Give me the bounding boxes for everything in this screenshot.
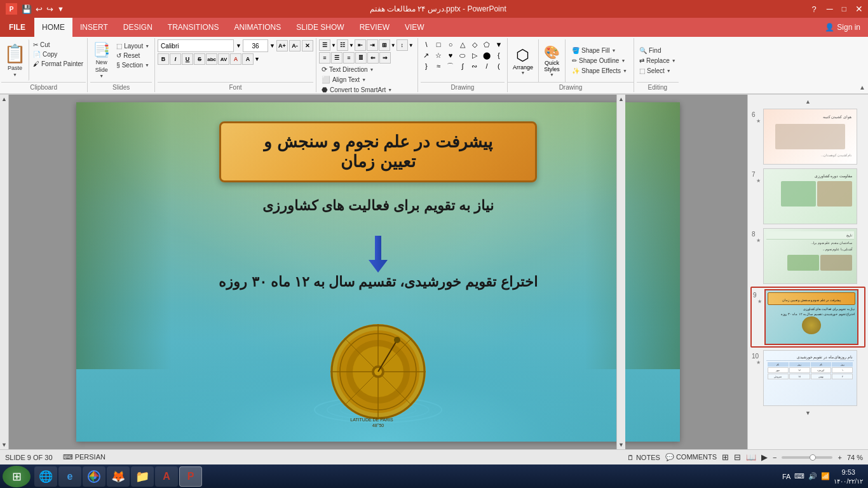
taskbar-firefox[interactable]: 🦊 [107,466,130,487]
font-dropdown-icon[interactable]: ▼ [236,43,241,49]
shape-play[interactable]: ▷ [469,50,480,60]
spacing-dropdown[interactable]: ▼ [409,43,414,48]
scroll-up-arrow[interactable]: ▲ [1,96,7,102]
increase-indent-button[interactable]: ⇥ [367,39,378,51]
rtl-button[interactable]: ⇐ [367,52,379,64]
shape-brace2[interactable]: } [421,61,432,71]
shape-brace1[interactable]: { [493,50,505,60]
shape-slash[interactable]: / [481,61,492,71]
font-color-button[interactable]: A [230,53,241,65]
taskbar-chrome[interactable] [83,466,105,487]
decrease-indent-button[interactable]: ⇤ [355,39,366,51]
font-dropdown2-icon[interactable]: ▼ [254,56,260,62]
tab-design[interactable]: DESIGN [116,18,160,37]
find-button[interactable]: 🔍 Find [637,46,679,55]
columns-dropdown[interactable]: ▼ [391,43,396,48]
shape-dot[interactable]: ⬤ [481,50,492,60]
zoom-in-button[interactable]: + [837,454,841,461]
font-size-dropdown-icon[interactable]: ▼ [269,43,275,49]
help-button[interactable]: ? [812,4,817,14]
shape-heart[interactable]: ♥ [445,50,456,60]
line-spacing-button[interactable]: ↕ [397,39,408,51]
text-direction-button[interactable]: ⟳ Text Direction ▼ [319,65,415,74]
italic-button[interactable]: I [170,53,181,65]
underline-button[interactable]: U [182,53,193,65]
shape-star[interactable]: ☆ [433,50,444,60]
arrange-button[interactable]: ⬡ Arrange ▼ [508,39,539,82]
slide-line1-text[interactable]: نیاز به تقویم برای فعالیت های کشاورزی [156,198,600,214]
shape-curve[interactable]: ∾ [469,61,480,71]
font-highlight-button[interactable]: A [242,53,254,65]
ltr-button[interactable]: ⇒ [379,52,391,64]
shape-triangle[interactable]: △ [457,39,468,50]
taskbar-ie[interactable]: 🌐 [34,466,57,487]
layout-button[interactable]: ⬚ Layout ▼ [114,42,152,50]
maximize-button[interactable]: □ [842,4,846,13]
shape-rect[interactable]: □ [433,39,444,50]
slide-canvas[interactable]: پیشرفت در علم نجوم و سنجش و تعیین زمان ن… [76,102,680,442]
reset-button[interactable]: ↺ Reset [114,51,152,60]
replace-button[interactable]: ⇄ Replace ▼ [637,57,679,65]
format-painter-button[interactable]: 🖌 Format Painter [31,60,86,68]
bullet-dropdown[interactable]: ▼ [331,43,336,48]
taskbar-powerpoint[interactable]: P [179,466,202,487]
align-left-button[interactable]: ≡ [319,52,330,64]
font-size-input[interactable] [243,39,268,52]
zoom-thumb[interactable] [810,454,816,461]
zoom-out-button[interactable]: − [773,454,776,461]
taskbar-volume-icon[interactable]: 🔊 [808,472,817,480]
zoom-slider[interactable] [782,456,832,459]
tab-file[interactable]: FILE [0,18,34,37]
shape-circle[interactable]: ○ [445,39,456,50]
tab-transitions[interactable]: TRANSITIONS [160,18,227,37]
align-text-button[interactable]: ⬜ Align Text ▼ [319,75,415,85]
minimize-button[interactable]: ─ [827,4,833,14]
comments-button[interactable]: 💬 COMMENTS [665,453,717,461]
columns-button[interactable]: ⊞ [379,39,390,51]
quick-styles-button[interactable]: 🎨 Quick Styles ▼ [539,39,566,82]
ribbon-collapse-button[interactable]: ▲ [857,83,868,92]
taskbar-network-icon[interactable]: 📶 [821,472,830,480]
new-slide-button[interactable]: 📑 New Slide ▼ [90,39,112,81]
thumbnail-7[interactable]: 7 ★ مقاومت دوره کشاورزی [750,167,865,226]
strikethrough-button[interactable]: S [194,53,205,65]
tab-view[interactable]: VIEW [397,18,432,37]
tab-animations[interactable]: ANIMATIONS [226,18,288,37]
tab-insert[interactable]: INSERT [72,18,116,37]
taskbar-acrobat[interactable]: A [155,466,178,487]
scroll-down-arrow[interactable]: ▼ [1,442,7,448]
view-slide-sorter-button[interactable]: ⊟ [734,452,741,462]
shape-integral[interactable]: ∫ [457,61,468,71]
view-reading-button[interactable]: 📖 [746,452,756,462]
bold-button[interactable]: B [158,53,169,65]
increase-font-button[interactable]: A+ [276,40,288,51]
thumbnail-9[interactable]: 9 ★ پیشرفت در علم نجوم و سنجش و تعیین زم… [750,287,865,348]
tab-home[interactable]: HOME [34,18,72,37]
signin-link[interactable]: 👤 Sign in [817,23,868,32]
shape-bracket1[interactable]: ( [493,61,505,71]
justify-button[interactable]: ≣ [355,52,367,64]
align-center-button[interactable]: ☰ [331,52,342,64]
thumbnail-10[interactable]: 10 ★ نام روزهای ماه در تقویم خورشیدی روز… [750,349,865,407]
view-slideshow-button[interactable]: ▶ [761,452,768,462]
undo-icon[interactable]: ↩ [36,4,43,14]
shape-pentagon[interactable]: ⬠ [481,39,492,50]
numbering-button[interactable]: ☷ [337,39,348,51]
shape-arrow[interactable]: ↗ [421,50,432,60]
start-button[interactable]: ⊞ [3,466,31,487]
decrease-font-button[interactable]: A- [289,40,301,51]
tab-slideshow[interactable]: SLIDE SHOW [288,18,351,37]
redo-icon[interactable]: ↪ [46,4,53,14]
clear-format-button[interactable]: ✕ [302,40,313,51]
thumbnail-6[interactable]: 6 ★ هوای کشیدن کتیبه نام کشیدن کوهستان..… [750,107,865,166]
thumbnail-8[interactable]: 8 ★ تاریخ ساختمان مقدم علم نجوم برا... آ… [750,227,865,285]
notes-button[interactable]: 🗒 NOTES [627,454,660,461]
numbering-dropdown[interactable]: ▼ [349,43,354,48]
copy-button[interactable]: 📄 Copy [31,50,86,58]
shape-arc[interactable]: ⌒ [445,61,456,71]
char-spacing-button[interactable]: AV [218,53,229,65]
cut-button[interactable]: ✂ Cut [31,41,86,49]
align-right-button[interactable]: ≡ [343,52,355,64]
shape-line[interactable]: \ [421,39,432,50]
paste-button[interactable]: 📋 Paste ▼ [1,39,29,81]
